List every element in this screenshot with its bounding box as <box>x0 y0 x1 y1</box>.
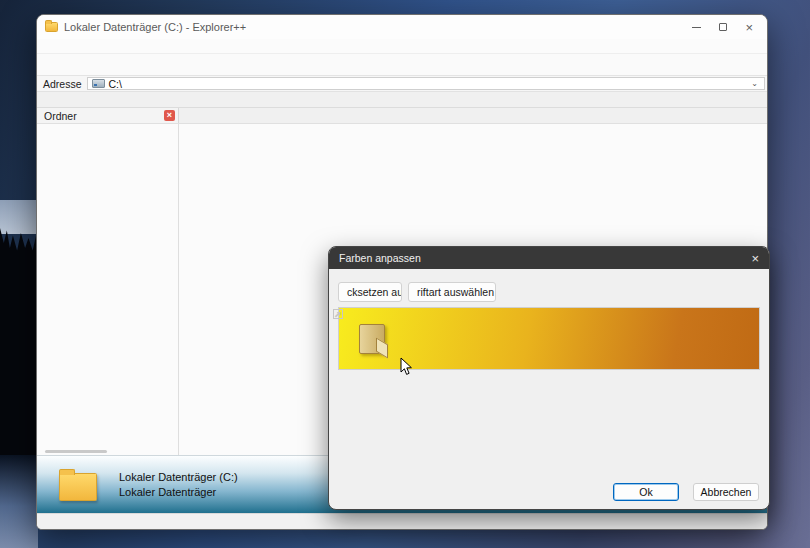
chevron-down-icon[interactable]: ⌄ <box>751 79 760 88</box>
address-input[interactable]: C:\ ⌄ <box>87 77 765 90</box>
choose-font-button[interactable]: riftart auswählen <box>408 282 496 302</box>
file-grid <box>179 124 767 130</box>
cancel-button[interactable]: Abbrechen <box>693 483 759 501</box>
address-label: Adresse <box>43 78 82 90</box>
drive-tab-bar <box>37 92 767 108</box>
dialog-titlebar[interactable]: Farben anpassen × <box>329 247 769 269</box>
wallpaper-trees <box>0 228 38 478</box>
ok-button[interactable]: Ok <box>613 483 679 501</box>
farben-anpassen-dialog: Farben anpassen × ↗ cksetzen auf Stand r… <box>328 246 770 510</box>
toolbar <box>37 53 767 76</box>
close-button[interactable]: × <box>745 21 753 34</box>
folders-panel-title: Ordner <box>44 110 77 122</box>
window-title: Lokaler Datenträger (C:) - Explorer++ <box>64 21 692 33</box>
folder-tree <box>37 124 178 126</box>
close-folders-panel-icon[interactable]: × <box>164 110 175 121</box>
content-tab-bar <box>179 108 767 123</box>
dialog-close-icon[interactable]: × <box>751 251 759 266</box>
selected-folder-icon <box>59 473 97 501</box>
color-preview <box>338 307 760 370</box>
titlebar[interactable]: Lokaler Datenträger (C:) - Explorer++ × <box>37 15 767 39</box>
menubar <box>37 39 767 53</box>
display-line1: Lokaler Datenträger (C:) <box>119 470 238 485</box>
wallpaper-sky <box>0 200 38 234</box>
folder-tree-panel <box>37 124 179 455</box>
status-bar <box>37 513 767 529</box>
dialog-title: Farben anpassen <box>339 252 751 264</box>
wallpaper-water <box>0 455 38 548</box>
maximize-button[interactable] <box>719 23 727 31</box>
preview-folder-icon <box>359 324 385 354</box>
tree-horizontal-scrollbar[interactable] <box>45 450 107 453</box>
reset-default-button[interactable]: cksetzen auf Stand <box>338 282 402 302</box>
minimize-button[interactable] <box>692 27 701 28</box>
app-icon <box>45 22 58 32</box>
display-line2: Lokaler Datenträger <box>119 485 238 500</box>
folders-panel-header: Ordner × <box>37 108 179 123</box>
address-bar: Adresse C:\ ⌄ <box>37 76 767 92</box>
address-value: C:\ <box>109 78 748 90</box>
drive-icon <box>92 79 105 88</box>
panel-headers: Ordner × <box>37 108 767 124</box>
